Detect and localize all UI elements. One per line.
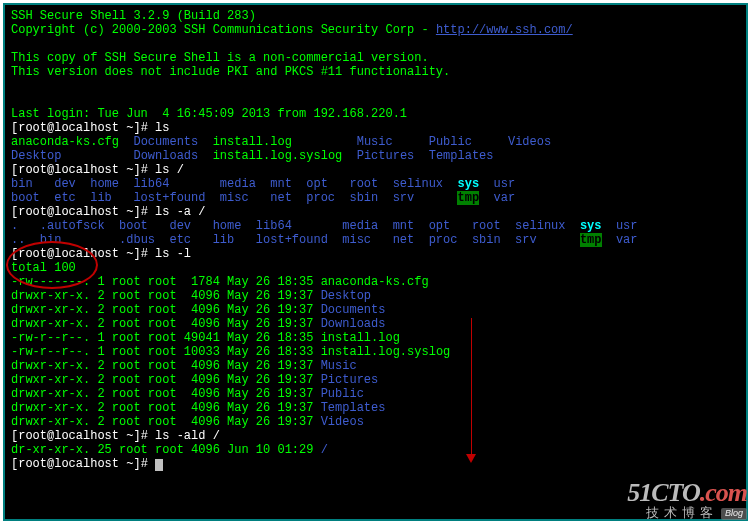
- ls-l-row: -rw-r--r--. 1 root root 49041 May 26 18:…: [11, 331, 740, 345]
- terminal-window[interactable]: SSH Secure Shell 3.2.9 (Build 283) Copyr…: [3, 3, 748, 521]
- ls-root-row1: bin dev home lib64 media mnt opt root se…: [11, 177, 740, 191]
- cursor-icon: [155, 459, 163, 471]
- prompt-ls-l: [root@localhost ~]# ls -l: [11, 247, 740, 261]
- blank-line: [11, 93, 740, 107]
- blank-line: [11, 37, 740, 51]
- ls-l-row: drwxr-xr-x. 2 root root 4096 May 26 19:3…: [11, 373, 740, 387]
- ls-l-row: -rw-r--r--. 1 root root 10033 May 26 18:…: [11, 345, 740, 359]
- prompt-ls-ald: [root@localhost ~]# ls -ald /: [11, 429, 740, 443]
- blank-line: [11, 79, 740, 93]
- ls-root-row2: boot etc lib lost+found misc net proc sb…: [11, 191, 740, 205]
- ls-l-row: drwxr-xr-x. 2 root root 4096 May 26 19:3…: [11, 401, 740, 415]
- prompt-cursor[interactable]: [root@localhost ~]#: [11, 457, 740, 471]
- prompt-ls: [root@localhost ~]# ls: [11, 121, 740, 135]
- ls-l-total: total 100: [11, 261, 740, 275]
- ls-l-row: -rw-------. 1 root root 1784 May 26 18:3…: [11, 275, 740, 289]
- last-login: Last login: Tue Jun 4 16:45:09 2013 from…: [11, 107, 740, 121]
- ls-l-row: drwxr-xr-x. 2 root root 4096 May 26 19:3…: [11, 387, 740, 401]
- ls-l-row: drwxr-xr-x. 2 root root 4096 May 26 19:3…: [11, 359, 740, 373]
- header-line-1: SSH Secure Shell 3.2.9 (Build 283): [11, 9, 740, 23]
- ls-l-row: drwxr-xr-x. 2 root root 4096 May 26 19:3…: [11, 317, 740, 331]
- ls-l-row: drwxr-xr-x. 2 root root 4096 May 26 19:3…: [11, 289, 740, 303]
- ls-home-row1: anaconda-ks.cfg Documents install.log Mu…: [11, 135, 740, 149]
- ls-a-root-row2: .. bin .dbus etc lib lost+found misc net…: [11, 233, 740, 247]
- prompt-ls-root: [root@localhost ~]# ls /: [11, 163, 740, 177]
- ls-l-row: drwxr-xr-x. 2 root root 4096 May 26 19:3…: [11, 415, 740, 429]
- url-link[interactable]: http://www.ssh.com/: [436, 23, 573, 37]
- ls-l-row: drwxr-xr-x. 2 root root 4096 May 26 19:3…: [11, 303, 740, 317]
- notice-1: This copy of SSH Secure Shell is a non-c…: [11, 51, 740, 65]
- notice-2: This version does not include PKI and PK…: [11, 65, 740, 79]
- ls-a-root-row1: . .autofsck boot dev home lib64 media mn…: [11, 219, 740, 233]
- ls-ald-row: dr-xr-xr-x. 25 root root 4096 Jun 10 01:…: [11, 443, 740, 457]
- prompt-ls-a-root: [root@localhost ~]# ls -a /: [11, 205, 740, 219]
- header-line-2: Copyright (c) 2000-2003 SSH Communicatio…: [11, 23, 740, 37]
- ls-home-row2: Desktop Downloads install.log.syslog Pic…: [11, 149, 740, 163]
